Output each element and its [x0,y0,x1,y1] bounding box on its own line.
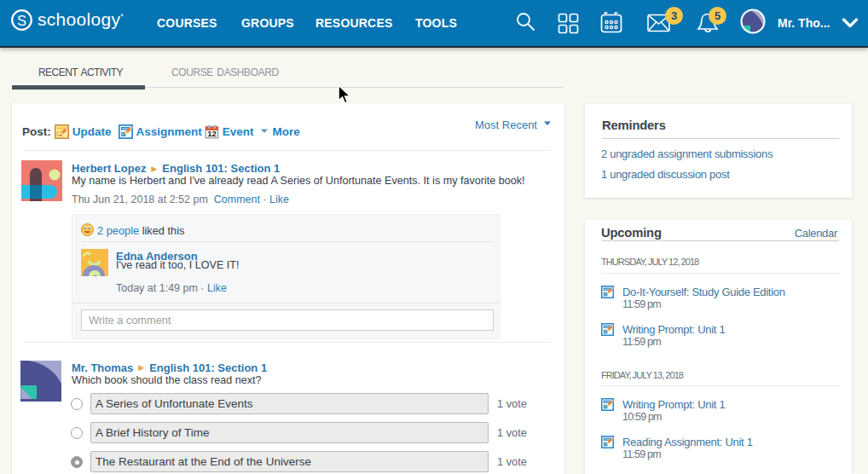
svg-text:S: S [17,13,26,28]
